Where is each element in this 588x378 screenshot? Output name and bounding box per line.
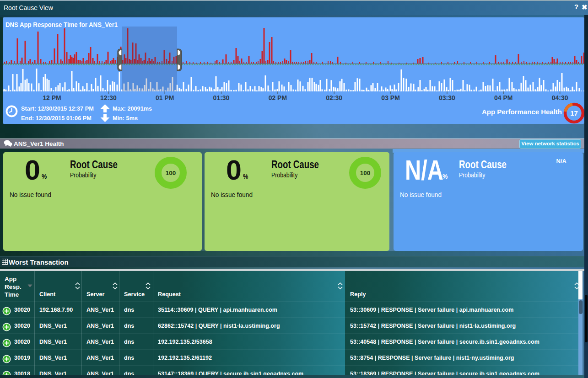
svg-text:100: 100 bbox=[360, 170, 371, 176]
svg-text:04 PM: 04 PM bbox=[494, 94, 512, 101]
svg-text:03 PM: 03 PM bbox=[381, 94, 399, 101]
svg-text:01:30: 01:30 bbox=[213, 94, 230, 101]
svg-text:12 PM: 12 PM bbox=[43, 94, 61, 101]
svg-text:17: 17 bbox=[570, 109, 578, 117]
svg-text:12:30: 12:30 bbox=[100, 94, 117, 101]
svg-text:100: 100 bbox=[166, 170, 176, 176]
svg-text:03:30: 03:30 bbox=[439, 94, 455, 101]
svg-text:01 PM: 01 PM bbox=[156, 94, 174, 101]
svg-text:02:30: 02:30 bbox=[326, 94, 342, 101]
svg-text:02 PM: 02 PM bbox=[269, 94, 287, 101]
svg-text:04:30: 04:30 bbox=[552, 94, 568, 101]
